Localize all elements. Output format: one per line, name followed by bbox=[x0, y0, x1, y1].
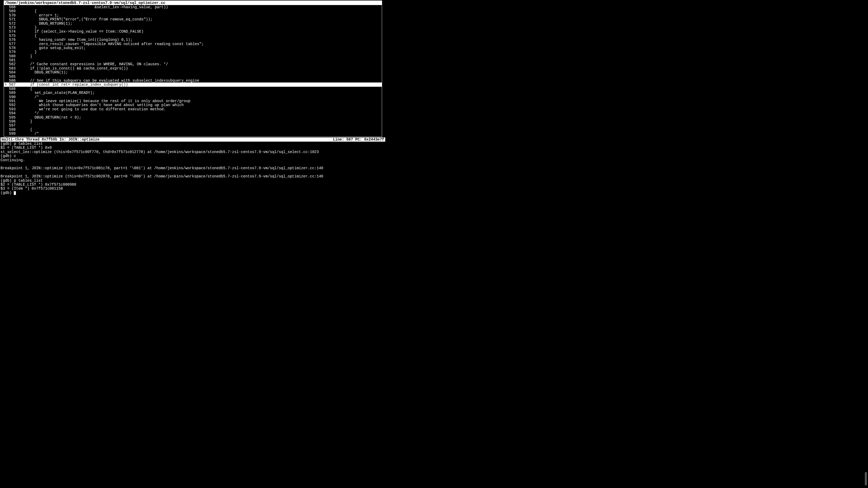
source-line[interactable]: 597 bbox=[4, 123, 382, 127]
source-line[interactable]: 591 We leave optimize() because the rest… bbox=[4, 99, 382, 103]
breakpoint-marker[interactable] bbox=[4, 58, 7, 62]
gdb-console[interactable]: (gdb) p tables_list$1 = (TABLE_LIST *) 0… bbox=[0, 142, 386, 195]
code-text: DBUG_RETURN(1); bbox=[16, 70, 68, 74]
line-number: 585 bbox=[7, 75, 16, 79]
source-line[interactable]: 580 } bbox=[4, 54, 382, 58]
line-number: 589 bbox=[7, 91, 16, 95]
code-text: if (select_lex->having_value == Item::CO… bbox=[16, 29, 144, 33]
breakpoint-marker[interactable] bbox=[4, 119, 7, 123]
breakpoint-marker[interactable] bbox=[4, 46, 7, 50]
breakpoint-marker[interactable] bbox=[4, 42, 7, 46]
line-number: 580 bbox=[7, 54, 16, 58]
line-pc-info: Line: 587 PC: 0x2443e7f bbox=[333, 137, 384, 142]
source-line[interactable]: 595 DBUG_RETURN(ret < 0); bbox=[4, 115, 382, 119]
console-line: Breakpoint 1, JOIN::optimize (this=0x7f5… bbox=[1, 166, 385, 170]
line-number: 597 bbox=[7, 123, 16, 127]
line-number: 584 bbox=[7, 70, 16, 74]
source-line[interactable]: 589 set_plan_state(PLAN_READY); bbox=[4, 91, 382, 95]
breakpoint-marker[interactable] bbox=[4, 75, 7, 79]
breakpoint-marker[interactable] bbox=[4, 50, 7, 54]
source-line[interactable]: 572 DBUG_RETURN(1); bbox=[4, 22, 382, 25]
line-number: 579 bbox=[7, 50, 16, 54]
breakpoint-marker[interactable] bbox=[4, 22, 7, 25]
source-line[interactable]: 569 { bbox=[4, 9, 382, 13]
line-number: 574 bbox=[7, 29, 16, 33]
source-line[interactable]: 596 } bbox=[4, 119, 382, 123]
code-text: { bbox=[16, 34, 37, 38]
breakpoint-marker[interactable] bbox=[4, 17, 7, 21]
line-number: 572 bbox=[7, 22, 16, 25]
source-line[interactable]: 579 } bbox=[4, 50, 382, 54]
breakpoint-marker[interactable] bbox=[4, 54, 7, 58]
breakpoint-marker[interactable]: > bbox=[4, 83, 7, 86]
code-text: error= 1; bbox=[16, 13, 59, 17]
breakpoint-marker[interactable] bbox=[4, 87, 7, 91]
console-line bbox=[1, 170, 385, 174]
source-line[interactable]: 592 which those subqueries don't have an… bbox=[4, 103, 382, 107]
source-line[interactable]: 585 bbox=[4, 75, 382, 79]
line-number: 582 bbox=[7, 62, 16, 66]
code-text: { bbox=[16, 9, 37, 13]
file-path-title: /home/jenkins/workspace/stonedb5.7-zsl-c… bbox=[4, 1, 382, 5]
source-line[interactable]: 578 goto setup_subq_exit; bbox=[4, 46, 382, 50]
breakpoint-marker[interactable] bbox=[4, 123, 7, 127]
source-line[interactable]: 593 we're not going to use due to differ… bbox=[4, 107, 382, 111]
breakpoint-marker[interactable] bbox=[4, 132, 7, 136]
breakpoint-marker[interactable] bbox=[4, 62, 7, 66]
code-text: /* bbox=[16, 132, 39, 136]
source-line[interactable]: 594 */ bbox=[4, 111, 382, 115]
breakpoint-marker[interactable] bbox=[4, 127, 7, 132]
source-line[interactable]: 581 bbox=[4, 58, 382, 62]
breakpoint-marker[interactable] bbox=[4, 34, 7, 38]
breakpoint-marker[interactable] bbox=[4, 115, 7, 119]
breakpoint-marker[interactable] bbox=[4, 29, 7, 33]
source-line[interactable]: 576 having_cond= new Item_int((longlong)… bbox=[4, 38, 382, 41]
code-text bbox=[16, 58, 17, 62]
breakpoint-marker[interactable] bbox=[4, 9, 7, 13]
source-line[interactable]: 588 { bbox=[4, 87, 382, 91]
source-line[interactable]: 584 DBUG_RETURN(1); bbox=[4, 70, 382, 74]
breakpoint-marker[interactable] bbox=[4, 25, 7, 29]
console-line: Continuing. bbox=[1, 158, 385, 162]
source-line[interactable]: 586 // See if this subquery can be evalu… bbox=[4, 79, 382, 83]
source-line[interactable]: 582 /* Cache constant expressions in WHE… bbox=[4, 62, 382, 66]
gdb-prompt[interactable]: (gdb) bbox=[1, 191, 385, 195]
source-line[interactable]: 599 /* bbox=[4, 132, 382, 136]
source-line[interactable]: 577 zero_result_cause= "Impossible HAVIN… bbox=[4, 42, 382, 46]
code-area[interactable]: 568 &select_lex->having_value, part)) 56… bbox=[4, 5, 382, 136]
source-line[interactable]: 575 { bbox=[4, 34, 382, 38]
source-line[interactable]: 568 &select_lex->having_value, part)) bbox=[4, 5, 382, 9]
line-number: 581 bbox=[7, 58, 16, 62]
console-line: $3 = (Item *) 0x7f571c001158 bbox=[1, 186, 385, 191]
source-line[interactable]: 570 error= 1; bbox=[4, 13, 382, 17]
breakpoint-marker[interactable] bbox=[4, 5, 7, 9]
breakpoint-marker[interactable] bbox=[4, 38, 7, 41]
line-number: 591 bbox=[7, 99, 16, 103]
breakpoint-marker[interactable] bbox=[4, 66, 7, 70]
source-line[interactable]: >587 if (const int ret= replace_index_su… bbox=[4, 83, 382, 86]
source-line[interactable]: 598 { bbox=[4, 127, 382, 132]
source-pane: /home/jenkins/workspace/stonedb5.7-zsl-c… bbox=[4, 1, 382, 137]
code-text: having_cond= new Item_int((longlong) 0,1… bbox=[16, 38, 132, 41]
breakpoint-marker[interactable] bbox=[4, 70, 7, 74]
source-line[interactable]: 573 } bbox=[4, 25, 382, 29]
breakpoint-marker[interactable] bbox=[4, 103, 7, 107]
line-number: 571 bbox=[7, 17, 16, 21]
breakpoint-marker[interactable] bbox=[4, 79, 7, 83]
cursor-icon bbox=[14, 191, 16, 195]
source-line[interactable]: 571 DBUG_PRINT("error",("Error from remo… bbox=[4, 17, 382, 21]
breakpoint-marker[interactable] bbox=[4, 99, 7, 103]
breakpoint-marker[interactable] bbox=[4, 95, 7, 99]
console-line: $1 = (TABLE_LIST *) 0x0 bbox=[1, 146, 385, 150]
code-text: which those subqueries don't have and ab… bbox=[16, 103, 184, 107]
breakpoint-marker[interactable] bbox=[4, 107, 7, 111]
breakpoint-marker[interactable] bbox=[4, 111, 7, 115]
source-line[interactable]: 583 if (!plan_is_const() && cache_const_… bbox=[4, 66, 382, 70]
code-text: set_plan_state(PLAN_READY); bbox=[16, 91, 95, 95]
breakpoint-marker[interactable] bbox=[4, 13, 7, 17]
source-line[interactable]: 574 if (select_lex->having_value == Item… bbox=[4, 29, 382, 33]
code-text: { bbox=[16, 87, 32, 91]
breakpoint-marker[interactable] bbox=[4, 91, 7, 95]
source-line[interactable]: 590 /* bbox=[4, 95, 382, 99]
console-line: $2 = (TABLE_LIST *) 0x7f571c000980 bbox=[1, 182, 385, 186]
